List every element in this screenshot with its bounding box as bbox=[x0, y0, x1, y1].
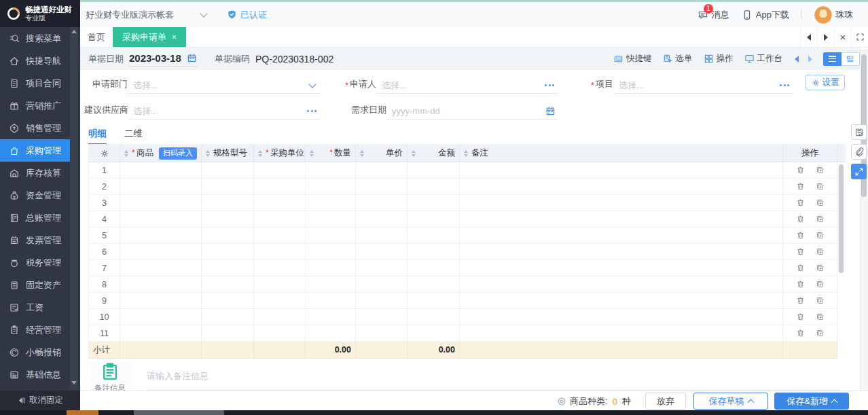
copy-row-button[interactable] bbox=[816, 247, 825, 256]
delete-row-button[interactable] bbox=[796, 182, 805, 191]
grid-cell-unit[interactable] bbox=[254, 195, 306, 211]
grid-cell-spec[interactable] bbox=[202, 293, 254, 309]
window-scrollbar[interactable] bbox=[860, 49, 868, 410]
tab-purchase-requisition[interactable]: 采购申请单 × bbox=[113, 27, 186, 47]
grid-cell-remark[interactable] bbox=[460, 325, 783, 342]
grid-cell-amount[interactable] bbox=[408, 244, 460, 260]
grid-cell-spec[interactable] bbox=[202, 211, 254, 228]
grid-cell-qty[interactable] bbox=[306, 276, 356, 293]
sort-icon[interactable] bbox=[310, 150, 314, 157]
grid-cell-unit[interactable] bbox=[254, 276, 306, 293]
card-view-toggle[interactable] bbox=[842, 52, 860, 66]
toolbar-action-shortcut[interactable]: 快捷键 bbox=[613, 53, 652, 65]
tab-close-icon[interactable]: × bbox=[172, 33, 177, 42]
grid-cell-price[interactable] bbox=[356, 260, 408, 276]
scan-entry-button[interactable]: 扫码录入 bbox=[159, 147, 197, 160]
grid-cell-remark[interactable] bbox=[460, 179, 783, 195]
settings-button[interactable]: 设置 bbox=[806, 75, 845, 90]
grid-cell-remark[interactable] bbox=[460, 244, 783, 260]
sort-icon[interactable] bbox=[464, 150, 468, 157]
grid-cell-price[interactable] bbox=[356, 228, 408, 244]
copy-row-button[interactable] bbox=[816, 215, 825, 223]
attachment-button[interactable] bbox=[851, 144, 867, 160]
scroll-down-icon[interactable] bbox=[71, 381, 77, 384]
column-header-price[interactable]: 单价 bbox=[356, 145, 408, 162]
grid-cell-product[interactable] bbox=[120, 309, 202, 325]
grid-cell-qty[interactable] bbox=[306, 179, 356, 195]
grid-cell-price[interactable] bbox=[356, 179, 408, 195]
suggested-supplier-input[interactable] bbox=[133, 106, 306, 116]
grid-cell-spec[interactable] bbox=[202, 195, 254, 211]
copy-row-button[interactable] bbox=[816, 312, 825, 321]
sidebar-item-home[interactable]: 快捷导航 bbox=[0, 50, 70, 72]
grid-cell-amount[interactable] bbox=[408, 228, 460, 244]
sidebar-item-purchase[interactable]: 采购管理 bbox=[0, 139, 70, 162]
next-doc-button[interactable] bbox=[808, 56, 812, 62]
table-scrollbar[interactable] bbox=[839, 164, 844, 273]
chevron-down-icon[interactable] bbox=[308, 80, 316, 88]
grid-cell-spec[interactable] bbox=[202, 179, 254, 195]
grid-cell-qty[interactable] bbox=[306, 211, 356, 228]
grid-cell-unit[interactable] bbox=[254, 325, 306, 342]
grid-cell-product[interactable] bbox=[120, 228, 202, 244]
account-select[interactable]: 好业财专业版演示帐套 bbox=[86, 9, 206, 21]
grid-cell-qty[interactable] bbox=[306, 244, 356, 260]
tabs-scroll-right-button[interactable] bbox=[817, 27, 834, 47]
scroll-up-icon[interactable] bbox=[71, 30, 77, 33]
grid-cell-product[interactable] bbox=[120, 260, 202, 276]
column-header-product[interactable]: *商品扫码录入 bbox=[120, 145, 202, 162]
copy-row-button[interactable] bbox=[816, 329, 825, 338]
sidebar-item-gift[interactable]: 营销推广 bbox=[0, 94, 70, 117]
fullscreen-button[interactable] bbox=[851, 27, 868, 47]
delete-row-button[interactable] bbox=[796, 264, 805, 272]
grid-cell-remark[interactable] bbox=[460, 260, 783, 276]
column-header-remark[interactable]: 备注 bbox=[460, 145, 783, 162]
grid-cell-unit[interactable] bbox=[254, 244, 306, 260]
grid-cell-product[interactable] bbox=[120, 179, 202, 195]
sidebar-scrollbar[interactable] bbox=[70, 27, 78, 390]
tabs-scroll-left-button[interactable] bbox=[800, 27, 817, 47]
grid-cell-product[interactable] bbox=[120, 293, 202, 309]
project-input[interactable] bbox=[619, 80, 778, 90]
delete-row-button[interactable] bbox=[796, 296, 805, 305]
grid-tab-二维[interactable]: 二维 bbox=[124, 128, 143, 145]
grid-cell-qty[interactable] bbox=[306, 228, 356, 244]
list-view-toggle[interactable] bbox=[823, 52, 842, 66]
grid-cell-unit[interactable] bbox=[254, 179, 306, 195]
sidebar-item-search[interactable]: 搜索菜单 bbox=[0, 27, 70, 50]
sort-icon[interactable] bbox=[360, 150, 364, 157]
save-draft-button[interactable]: 保存草稿 bbox=[693, 393, 768, 410]
user-menu[interactable]: 珠珠 bbox=[814, 6, 853, 24]
grid-cell-product[interactable] bbox=[120, 162, 202, 179]
grid-cell-spec[interactable] bbox=[202, 260, 254, 276]
grid-cell-price[interactable] bbox=[356, 325, 408, 342]
apply-department-input[interactable] bbox=[133, 80, 307, 90]
sidebar-item-invoice[interactable]: 发票管理 bbox=[0, 229, 70, 251]
toolbar-action-grid4[interactable]: 操作 bbox=[704, 53, 734, 65]
grid-cell-remark[interactable] bbox=[460, 211, 783, 228]
remark-input[interactable] bbox=[147, 371, 841, 381]
toolbar-action-workbench[interactable]: 工作台 bbox=[744, 53, 783, 65]
sidebar-item-gear[interactable]: 系统管理 bbox=[0, 386, 70, 391]
copy-row-button[interactable] bbox=[816, 264, 825, 272]
grid-cell-amount[interactable] bbox=[408, 276, 460, 293]
delete-row-button[interactable] bbox=[796, 215, 805, 223]
unpin-sidebar-button[interactable]: 取消固定 bbox=[0, 391, 80, 410]
grid-cell-amount[interactable] bbox=[408, 325, 460, 342]
copy-row-button[interactable] bbox=[816, 198, 825, 207]
delete-row-button[interactable] bbox=[796, 312, 805, 321]
abandon-button[interactable]: 放弃 bbox=[645, 393, 686, 410]
app-download-button[interactable]: App下载 bbox=[742, 9, 789, 21]
grid-cell-price[interactable] bbox=[356, 244, 408, 260]
grid-cell-remark[interactable] bbox=[460, 162, 783, 179]
grid-cell-amount[interactable] bbox=[408, 293, 460, 309]
grid-cell-unit[interactable] bbox=[254, 228, 306, 244]
delete-row-button[interactable] bbox=[796, 231, 805, 240]
ellipsis-picker-icon[interactable] bbox=[778, 82, 791, 89]
grid-cell-qty[interactable] bbox=[306, 195, 356, 211]
grid-cell-qty[interactable] bbox=[306, 260, 356, 276]
delete-row-button[interactable] bbox=[796, 247, 805, 256]
calendar-icon[interactable] bbox=[187, 53, 197, 63]
close-all-tabs-button[interactable]: × bbox=[834, 27, 851, 47]
grid-cell-amount[interactable] bbox=[408, 211, 460, 228]
